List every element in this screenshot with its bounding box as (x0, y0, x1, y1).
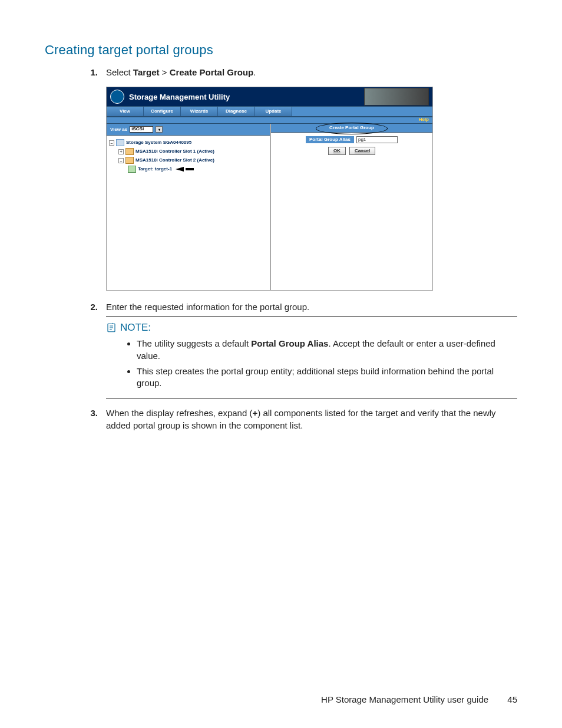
page-number: 45 (507, 694, 517, 704)
step1-target: Target (133, 67, 160, 77)
tree-controller-1[interactable]: + MSA1510i Controller Slot 1 (Active) (109, 148, 267, 155)
step-2: Enter the requested information for the … (81, 301, 517, 399)
menu-configure[interactable]: Configure (144, 107, 181, 116)
tree-storage-system[interactable]: – Storage System SGA0440095 (109, 139, 267, 146)
portal-group-alias-input[interactable]: pg1 (356, 136, 398, 143)
step-1: Select Target > Create Portal Group. Sto… (81, 67, 517, 291)
footer-text: HP Storage Management Utility user guide (321, 694, 488, 704)
view-as-dropdown-icon[interactable]: ▾ (156, 126, 163, 133)
controller-icon (125, 157, 134, 164)
app-title: Storage Management Utility (129, 93, 230, 101)
note-box: NOTE: The utility suggests a default Por… (106, 316, 517, 400)
embedded-screenshot: Storage Management Utility View Configur… (106, 87, 517, 291)
page-footer: HP Storage Management Utility user guide… (321, 694, 517, 704)
note-label: NOTE: (120, 321, 151, 335)
callout-arrow-tail (186, 168, 194, 170)
step1-suffix: . (253, 67, 256, 77)
expand-icon[interactable]: – (109, 140, 114, 146)
step2-text: Enter the requested information for the … (106, 302, 309, 312)
portal-group-alias-row: Portal Group Alias pg1 (271, 133, 432, 146)
menubar: View Configure Wizards Diagnose Update (107, 106, 432, 117)
hp-logo-icon (110, 90, 124, 104)
callout-arrow-icon (176, 167, 184, 172)
menu-update[interactable]: Update (255, 107, 292, 116)
note-icon (106, 322, 117, 333)
tree-target[interactable]: Target: target-1 (109, 166, 267, 173)
note-bullet-1: The utility suggests a default Portal Gr… (137, 338, 517, 362)
note-bullet-2: This step creates the portal group entit… (137, 365, 517, 390)
expand-icon[interactable]: + (118, 149, 124, 154)
step1-prefix: Select (106, 67, 133, 77)
controller-icon (125, 148, 134, 155)
step1-text: Select Target > Create Portal Group. (106, 67, 256, 77)
tree-label-c1: MSA1510i Controller Slot 1 (Active) (135, 149, 214, 154)
step3-plus: + (252, 408, 257, 418)
tree-label-c2: MSA1510i Controller Slot 2 (Active) (135, 158, 214, 163)
ok-button[interactable]: OK (328, 147, 346, 155)
target-icon (128, 166, 136, 173)
menu-view[interactable]: View (107, 107, 144, 116)
portal-group-alias-label: Portal Group Alias (306, 136, 354, 143)
tree-label-tgt: Target: target-1 (138, 167, 172, 172)
note-b1-a: The utility suggests a default (137, 338, 251, 348)
panel-title: Create Portal Group (271, 124, 432, 133)
app-titlebar: Storage Management Utility (107, 87, 432, 106)
system-icon (116, 139, 124, 146)
header-image (364, 88, 429, 106)
tree-label-sys: Storage System SGA0440095 (126, 140, 191, 145)
nav-tree: – Storage System SGA0440095 + MSA1510i C… (107, 136, 270, 290)
view-as-bar: View as iSCSI ▾ (107, 124, 270, 136)
menu-diagnose[interactable]: Diagnose (218, 107, 255, 116)
view-as-value[interactable]: iSCSI (130, 126, 153, 133)
right-panel: Create Portal Group Portal Group Alias p… (271, 124, 432, 290)
view-as-label: View as (110, 127, 127, 132)
step3-a: When the display refreshes, expand ( (106, 408, 252, 418)
note-b1-bold: Portal Group Alias (251, 338, 328, 348)
step-3: When the display refreshes, expand (+) a… (81, 407, 517, 431)
cancel-button[interactable]: Cancel (349, 147, 375, 155)
step1-action: Create Portal Group (170, 67, 254, 77)
tree-controller-2[interactable]: – MSA1510i Controller Slot 2 (Active) (109, 157, 267, 164)
expand-icon[interactable]: – (118, 158, 124, 163)
section-heading: Creating target portal groups (45, 42, 517, 58)
help-link[interactable]: Help (107, 117, 432, 124)
menu-wizards[interactable]: Wizards (181, 107, 218, 116)
step1-gt: > (160, 67, 170, 77)
